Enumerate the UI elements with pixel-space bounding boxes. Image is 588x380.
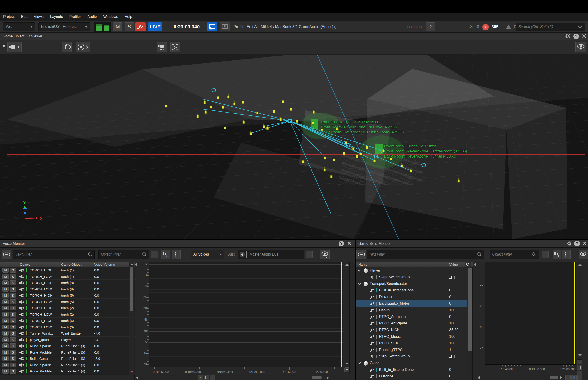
show-selection-button[interactable] <box>170 42 180 52</box>
column-voice-volume[interactable]: Voice Volume <box>94 262 115 267</box>
collapse-toolbar-icon[interactable] <box>2 45 5 47</box>
zoom-in-button[interactable]: + <box>566 375 570 380</box>
bus-browse-button[interactable]: ... <box>306 251 313 258</box>
chevron-expand-icon[interactable] <box>357 361 363 366</box>
close-icon[interactable] <box>582 34 587 39</box>
voice-graph-vscrollbar[interactable] <box>344 262 350 373</box>
voice-text-filter-input[interactable] <box>13 250 95 259</box>
gsm-row[interactable]: Player <box>355 267 467 274</box>
mute-button[interactable]: M <box>2 356 9 361</box>
mute-button[interactable]: M <box>2 337 9 342</box>
gsm-visibility-button[interactable] <box>579 249 588 259</box>
voice-row[interactable]: MSTORCH_LOWtorch (6)0.0 <box>0 324 135 330</box>
mute-button[interactable]: M <box>2 362 9 367</box>
follow-camera-button[interactable] <box>157 42 167 52</box>
voice-row[interactable]: MSTORCH_HIGHtorch (6)0.0 <box>0 318 135 324</box>
voice-row[interactable]: MSTORCH_LOWtorch (1)0.0 <box>0 273 135 280</box>
mute-button[interactable]: M <box>2 287 9 292</box>
object-filter-browse-button[interactable]: ... <box>542 251 549 258</box>
object-filter-browse-button[interactable]: ... <box>151 251 158 258</box>
gsm-row[interactable]: Global <box>355 360 467 366</box>
zoom-reset-button[interactable]: |:| <box>577 365 582 370</box>
voice-graph-hscrollbar[interactable] <box>134 375 343 380</box>
zoom-out-button[interactable]: − <box>577 371 582 375</box>
solo-button[interactable]: S <box>10 331 16 336</box>
gsm-row[interactable]: Step_SwitchGroup... <box>355 353 467 360</box>
gsm-row[interactable]: Step_SwitchGroup... <box>355 274 467 281</box>
solo-button[interactable]: S <box>10 343 16 348</box>
playhead-cursor[interactable] <box>341 263 342 367</box>
mute-button[interactable]: M <box>2 312 9 317</box>
voice-row[interactable]: MSRune_SparkleRunePillar 1 (3)0.0 <box>0 343 135 349</box>
column-game-object[interactable]: Game Object <box>61 262 81 267</box>
mute-button[interactable]: M <box>2 350 9 355</box>
column-value[interactable]: Value <box>449 262 458 267</box>
menu-item-profiler[interactable]: Profiler <box>66 13 84 21</box>
solo-button[interactable]: S <box>10 268 16 273</box>
zoom-in-button[interactable]: + <box>577 360 582 364</box>
solo-button[interactable]: S <box>10 356 16 361</box>
solo-button[interactable]: S <box>10 299 16 304</box>
menu-item-windows[interactable]: Windows <box>100 13 121 21</box>
solo-button[interactable]: S <box>10 337 16 342</box>
solo-button[interactable]: S <box>10 362 16 367</box>
camera-menu-button[interactable] <box>7 42 21 52</box>
chevron-expand-icon[interactable] <box>357 282 363 286</box>
voice-row[interactable]: MSTORCH_HIGHtorch (1)0.0 <box>0 267 135 273</box>
help-icon[interactable]: ? <box>339 241 344 246</box>
voice-row[interactable]: MSTORCH_LOWtorch (2)0.0 <box>0 311 135 318</box>
menu-item-edit[interactable]: Edit <box>18 13 31 21</box>
voice-row[interactable]: MSTORCH_LOWtorch (5)0.0 <box>0 299 135 305</box>
gsm-row[interactable]: RTPC_Music100 <box>355 333 467 340</box>
voice-row[interactable]: MSTORCH_LOWtorch (8)0.0 <box>0 286 135 292</box>
solo-button[interactable]: S <box>10 312 16 317</box>
platform-select[interactable]: Mac <box>3 22 35 31</box>
solo-button[interactable]: S <box>10 350 16 355</box>
close-icon[interactable] <box>582 241 588 246</box>
scroll-minus-button[interactable]: − <box>344 367 349 372</box>
voice-object-filter-input[interactable] <box>98 250 149 259</box>
mute-button[interactable]: M <box>2 369 9 374</box>
mute-button[interactable]: M <box>2 274 9 279</box>
zoom-out-button[interactable]: − <box>210 375 215 380</box>
voice-row[interactable]: MSTORCH_HIGHtorch (2)0.0 <box>0 305 135 311</box>
meter-scope-button[interactable]: S <box>160 249 170 259</box>
voice-row[interactable]: MSRune_WobbleRunePillar 1 (4)0.0 <box>0 368 135 375</box>
zoom-reset-button[interactable]: |:| <box>571 375 576 380</box>
mute-button[interactable]: M <box>2 306 9 310</box>
voice-row[interactable]: MSRune_WobbleRunePillar 1 (3)0.0 <box>0 349 135 356</box>
menu-item-help[interactable]: Help <box>121 13 135 21</box>
gear-icon[interactable] <box>565 34 570 39</box>
zoom-reset-button[interactable]: |:| <box>204 375 209 380</box>
master-mute-button[interactable]: M <box>113 22 122 31</box>
gsm-row[interactable]: Distance0 <box>355 373 467 380</box>
gear-icon[interactable] <box>567 241 572 246</box>
gsm-row[interactable]: Earthquake_Meter0 <box>355 300 467 307</box>
column-object[interactable]: Object <box>20 262 30 267</box>
gsm-object-filter-input[interactable] <box>490 250 539 259</box>
menu-item-project[interactable]: Project <box>0 13 18 21</box>
link-filters-button[interactable] <box>356 249 366 259</box>
clear-errors-icon[interactable]: × <box>470 22 473 31</box>
search-input[interactable] <box>516 22 585 31</box>
mute-button[interactable]: M <box>2 293 9 298</box>
solo-button[interactable]: S <box>10 318 16 323</box>
gsm-row[interactable]: Built_in_listenerCone0 <box>355 287 467 294</box>
visibility-button[interactable] <box>575 42 586 52</box>
options-menu-button[interactable] <box>172 249 180 259</box>
chevron-expand-icon[interactable] <box>357 269 363 273</box>
gsm-table-scrollbar[interactable] <box>467 267 473 380</box>
gsm-row[interactable]: Built_in_listenerCone0 <box>355 366 467 373</box>
meter-scope-button[interactable]: S <box>553 249 561 259</box>
language-select[interactable]: English(US) (Refere... <box>38 22 90 31</box>
voice-graph-plot[interactable] <box>149 262 343 367</box>
column-name[interactable]: Name <box>358 262 368 267</box>
mute-button[interactable]: M <box>2 325 9 329</box>
focus-menu-button[interactable] <box>76 42 90 52</box>
remote-disconnect-icon[interactable] <box>220 22 230 31</box>
remote-connect-icon[interactable] <box>207 22 217 31</box>
voice-row[interactable]: MSTORCH_HIGHtorch (5)0.0 <box>0 292 135 299</box>
gsm-graph-plot[interactable] <box>485 262 576 365</box>
gsm-text-filter-input[interactable] <box>367 250 484 259</box>
voice-row[interactable]: MSRune_SparkleRunePillar 1 (4)0.0 <box>0 362 135 368</box>
